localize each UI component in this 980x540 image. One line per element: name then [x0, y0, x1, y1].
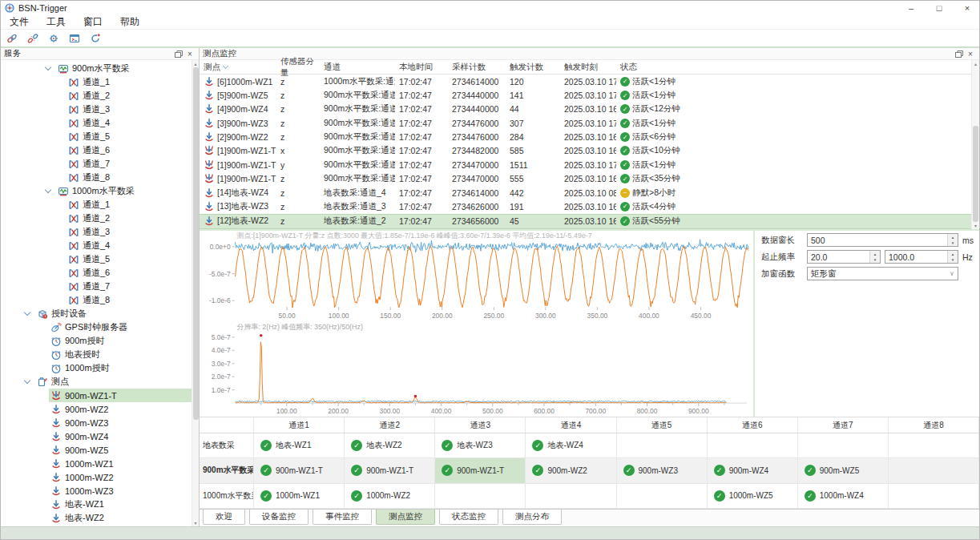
scrollbar-thumb[interactable]	[973, 126, 978, 222]
tree-item-通道_4[interactable]: 通道_4	[1, 239, 199, 252]
scrollbar-thumb[interactable]	[193, 67, 199, 420]
tree-item-900m-WZ2[interactable]: 900m-WZ2	[1, 402, 199, 416]
float-panel-icon[interactable]	[954, 49, 965, 59]
close-button[interactable]: ×	[955, 1, 979, 15]
table-row[interactable]: [6]1000m-WZ1z1000m水平数采:通道_117:02:4727346…	[200, 75, 971, 88]
tree-item-900m-WZ4[interactable]: 900m-WZ4	[1, 429, 199, 443]
table-row[interactable]: [2]900m-WZ2z900m水平数采:通道_417:02:472734476…	[200, 130, 971, 143]
minimize-button[interactable]: –	[899, 1, 923, 15]
menu-tools[interactable]: 工具	[38, 15, 75, 29]
spin-down-icon[interactable]: ▾	[870, 257, 880, 264]
float-panel-icon[interactable]	[173, 49, 184, 59]
grid-cell[interactable]: ✓900m-WZ1-T	[254, 458, 345, 482]
table-scrollbar[interactable]: ▴ ▾	[971, 60, 979, 229]
grid-cell[interactable]	[708, 433, 798, 457]
scroll-down-icon[interactable]: ▾	[974, 222, 977, 229]
close-panel-icon[interactable]: ×	[184, 49, 196, 59]
column-header-触发计数[interactable]: 触发计数	[506, 62, 560, 73]
tree-item-地表授时[interactable]: 地表授时	[1, 348, 199, 361]
disconnect-button[interactable]	[24, 30, 42, 46]
tree-item-地表-WZ1[interactable]: 地表-WZ1	[1, 498, 199, 511]
grid-cell[interactable]: ✓1000m-WZ1	[254, 484, 345, 508]
chevron-down-icon[interactable]	[45, 187, 51, 193]
table-row[interactable]: [1]900m-WZ1-Tz900m水平数采:通道_317:02:4727344…	[200, 172, 971, 186]
table-row[interactable]: [14]地表-WZ4z地表数采:通道_417:02:47273461400044…	[200, 186, 971, 199]
grid-cell[interactable]	[617, 433, 708, 457]
grid-cell[interactable]: ✓1000m-WZ4	[798, 484, 889, 508]
tree-item-1000m水平数采[interactable]: 1000m水平数采	[1, 184, 199, 198]
table-row[interactable]: [12]地表-WZ2z地表数采:通道_217:02:47273465600045…	[200, 214, 971, 229]
tree-item-900m水平数采[interactable]: 900m水平数采	[1, 62, 199, 75]
grid-cell[interactable]: ✓地表-WZ4	[526, 433, 616, 457]
spin-up-icon[interactable]: ▴	[948, 251, 958, 257]
tree-item-通道_3[interactable]: 通道_3	[1, 225, 199, 239]
tree-item-通道_7[interactable]: 通道_7	[1, 157, 199, 171]
grid-cell[interactable]: ✓900m-WZ5	[798, 458, 889, 482]
tree-item-通道_8[interactable]: 通道_8	[1, 171, 199, 184]
tree-item-地表-WZ2[interactable]: 地表-WZ2	[1, 511, 199, 525]
restart-button[interactable]	[87, 30, 104, 46]
grid-cell[interactable]	[889, 458, 979, 482]
tree-item-通道_6[interactable]: 通道_6	[1, 266, 199, 280]
spin-up-icon[interactable]: ▴	[948, 234, 958, 240]
grid-cell[interactable]: ✓1000m-WZ5	[708, 484, 798, 508]
menu-window[interactable]: 窗口	[75, 15, 111, 29]
spin-down-icon[interactable]: ▾	[948, 240, 958, 247]
tab-欢迎[interactable]: 欢迎	[203, 510, 245, 525]
grid-cell[interactable]: ✓900m-WZ1-T	[435, 458, 526, 482]
tree-item-1000m-WZ1[interactable]: 1000m-WZ1	[1, 457, 199, 470]
tab-测点监控[interactable]: 测点监控	[376, 510, 435, 525]
spin-up-icon[interactable]: ▴	[870, 251, 880, 257]
tree-item-通道_1[interactable]: 通道_1	[1, 198, 199, 212]
tree-item-1000m授时[interactable]: 1000m授时	[1, 361, 199, 375]
column-header-本地时间[interactable]: 本地时间	[395, 62, 448, 73]
close-panel-icon[interactable]: ×	[965, 49, 976, 59]
column-header-测点[interactable]: 测点	[200, 62, 276, 73]
grid-cell[interactable]: ✓1000m-WZ2	[345, 484, 435, 508]
frequency-range-input-2[interactable]: 1000.0 ▴ ▾	[885, 250, 958, 264]
table-row[interactable]: [5]900m-WZ5z900m水平数采:通道_717:02:472734440…	[200, 88, 971, 102]
table-row[interactable]: [13]地表-WZ3z地表数采:通道_317:02:47273462600019…	[200, 199, 971, 213]
table-row[interactable]: [3]900m-WZ3z900m水平数采:通道_517:02:472734476…	[200, 116, 971, 130]
grid-cell[interactable]: ✓900m-WZ3	[617, 458, 708, 482]
tab-测点分布[interactable]: 测点分布	[502, 510, 562, 525]
menu-help[interactable]: 帮助	[111, 15, 148, 29]
column-header-触发时刻[interactable]: 触发时刻	[560, 62, 616, 73]
table-row[interactable]: [1]900m-WZ1-Tx900m水平数采:通道_117:02:4727344…	[200, 144, 971, 158]
grid-cell[interactable]	[798, 433, 889, 457]
window-function-select[interactable]: 矩形窗 ∨	[807, 267, 958, 280]
grid-cell[interactable]	[526, 484, 616, 508]
grid-cell[interactable]: ✓地表-WZ2	[345, 433, 435, 457]
grid-cell[interactable]: ✓900m-WZ1-T	[345, 458, 435, 482]
settings-button[interactable]	[45, 30, 63, 46]
column-header-状态[interactable]: 状态	[616, 62, 971, 73]
tab-设备监控[interactable]: 设备监控	[249, 510, 309, 525]
connect-button[interactable]	[3, 30, 21, 46]
scroll-up-icon[interactable]: ▴	[974, 60, 977, 67]
menu-file[interactable]: 文件	[1, 15, 38, 29]
tree-item-授时设备[interactable]: 授时设备	[1, 307, 199, 320]
tree-item-通道_6[interactable]: 通道_6	[1, 143, 199, 157]
tree-item-通道_3[interactable]: 通道_3	[1, 103, 199, 116]
tab-状态监控[interactable]: 状态监控	[439, 510, 498, 525]
tree-item-900m授时[interactable]: 900m授时	[1, 334, 199, 348]
table-row[interactable]: [1]900m-WZ1-Ty900m水平数采:通道_217:02:4727344…	[200, 158, 971, 171]
chevron-down-icon[interactable]	[24, 309, 30, 316]
data-window-length-input[interactable]: 500 ▴ ▾	[807, 233, 958, 247]
tree-item-900m-WZ1-T[interactable]: 900m-WZ1-T	[1, 389, 199, 402]
grid-cell[interactable]: ✓地表-WZ1	[254, 433, 345, 457]
chevron-down-icon[interactable]	[24, 377, 30, 384]
grid-cell[interactable]: ✓地表-WZ3	[435, 433, 526, 457]
tab-事件监控[interactable]: 事件监控	[313, 510, 372, 525]
grid-cell[interactable]	[435, 484, 526, 508]
console-button[interactable]	[66, 30, 83, 46]
tree-item-通道_1[interactable]: 通道_1	[1, 75, 199, 89]
tree-item-通道_2[interactable]: 通道_2	[1, 89, 199, 103]
tree-item-900m-WZ5[interactable]: 900m-WZ5	[1, 443, 199, 457]
spin-down-icon[interactable]: ▾	[948, 257, 958, 264]
grid-cell[interactable]	[617, 484, 708, 508]
scroll-up-icon[interactable]: ▴	[194, 60, 196, 67]
grid-cell[interactable]: ✓900m-WZ2	[526, 458, 616, 482]
tree-item-通道_5[interactable]: 通道_5	[1, 130, 199, 143]
column-header-采样计数[interactable]: 采样计数	[448, 62, 506, 73]
